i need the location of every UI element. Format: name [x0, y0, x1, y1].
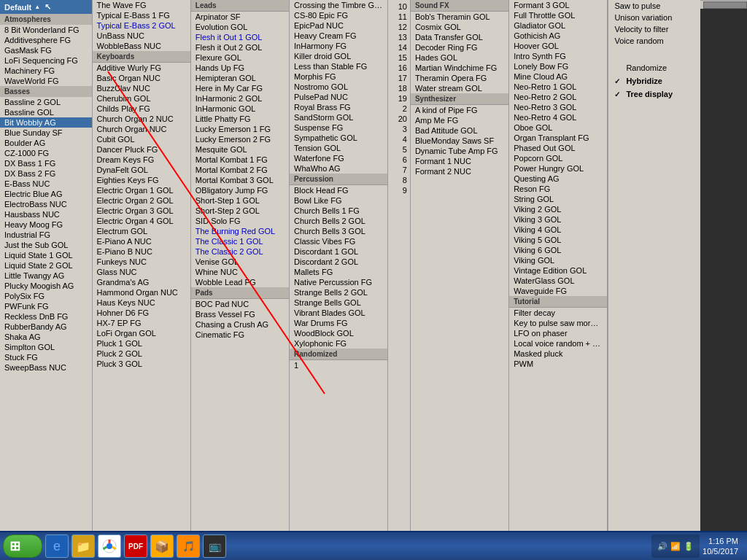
col-item[interactable]: Lucky Emerson 1 FG — [191, 124, 289, 134]
hybridize-button[interactable]: ✓ Hybridize — [608, 74, 700, 88]
col-item[interactable]: InHarmonic GOL — [191, 104, 289, 114]
preset-item[interactable]: CZ-1000 FG — [0, 148, 92, 158]
col-item[interactable]: The Classic 1 GOL — [191, 236, 289, 246]
col-item[interactable]: Hands Up FG — [191, 63, 289, 73]
col-item[interactable]: Discordant 2 GOL — [290, 257, 387, 267]
folder-icon[interactable]: 📁 — [71, 534, 95, 558]
preset-item-selected[interactable]: Bit Wobbly AG — [0, 117, 92, 128]
pdf-icon[interactable]: PDF — [124, 534, 147, 558]
col-item[interactable]: Electric Organ 2 GOL — [93, 195, 190, 206]
col-item[interactable]: Lonely Bow FG — [509, 61, 607, 71]
col-item[interactable]: Masked pluck — [509, 349, 607, 359]
col-item[interactable]: Vintage Edition GOL — [509, 265, 607, 276]
col-item[interactable]: BOC Pad NUC — [191, 299, 289, 309]
col-item[interactable]: Mine Cloud AG — [509, 71, 607, 82]
col-item[interactable]: Intro Synth FG — [509, 51, 607, 61]
col-item[interactable]: LoFi Organ GOL — [93, 328, 190, 338]
col-item[interactable]: PulsePad NUC — [290, 92, 387, 102]
col-item[interactable]: Haus Keys NUC — [93, 298, 190, 308]
col-item[interactable]: Hohner D6 FG — [93, 308, 190, 318]
col-item[interactable]: Church Bells 3 GOL — [290, 226, 387, 236]
preset-item[interactable]: Blue Sunday SF — [0, 128, 92, 138]
col-item[interactable]: Nostromo GOL — [290, 82, 387, 92]
col-item[interactable]: Formant 2 NUC — [411, 166, 508, 176]
col-item[interactable]: Decoder Ring FG — [411, 42, 508, 52]
col-item[interactable]: Local voice random + unison — [509, 338, 607, 349]
col-item[interactable]: Cinematic FG — [191, 330, 289, 340]
left-panel-header[interactable]: Default ▲ ↖ — [0, 0, 92, 14]
col-item[interactable]: Cosmix GOL — [411, 22, 508, 32]
col-item[interactable]: Funkeys NUC — [93, 257, 190, 267]
preset-item[interactable]: Machinery FG — [0, 66, 92, 76]
col-item[interactable]: Xylophonic FG — [290, 338, 387, 349]
preset-item[interactable]: PWFunk FG — [0, 301, 92, 311]
col-item[interactable]: Whine NUC — [191, 267, 289, 277]
preset-item[interactable]: Stuck FG — [0, 352, 92, 362]
right-item[interactable]: Voice random — [608, 35, 700, 47]
col-item[interactable]: Royal Brass FG — [290, 102, 387, 112]
preset-item[interactable]: Boulder AG — [0, 138, 92, 148]
col-item[interactable]: Morphis FG — [290, 71, 387, 82]
scrollbar-thumb[interactable] — [703, 1, 747, 9]
col-item[interactable]: Key to pulse saw morphing — [509, 318, 607, 328]
preset-item[interactable]: SweepBass NUC — [0, 362, 92, 373]
col-item[interactable]: Classic Vibes FG — [290, 236, 387, 246]
col-item[interactable]: Church Bells 2 GOL — [290, 216, 387, 226]
col-item[interactable]: Here in My Car FG — [191, 83, 289, 93]
col-item[interactable]: Formant 3 GOL — [509, 0, 607, 10]
col-item[interactable]: Little Phatty FG — [191, 114, 289, 124]
preset-item[interactable]: Little Twangy AG — [0, 271, 92, 281]
randomize-button[interactable]: Randomize — [608, 61, 700, 74]
col-item[interactable]: UnBass NUC — [93, 31, 190, 41]
preset-item[interactable]: GasMask FG — [0, 45, 92, 55]
preset-item[interactable]: Liquid State 2 GOL — [0, 260, 92, 271]
col-item[interactable]: Neo-Retro 3 GOL — [509, 102, 607, 112]
preset-item[interactable]: E-Bass NUC — [0, 179, 92, 189]
col-item[interactable]: Cubit GOL — [93, 134, 190, 144]
col-item[interactable]: Flexure GOL — [191, 52, 289, 63]
col-item[interactable]: Crossing the Timbre GOL — [290, 0, 387, 10]
col-item[interactable]: Electric Organ 4 GOL — [93, 216, 190, 226]
right-item[interactable]: Saw to pulse — [608, 0, 700, 12]
col-item[interactable]: Neo-Retro 4 GOL — [509, 112, 607, 122]
col-item[interactable]: Church Organ 2 NUC — [93, 114, 190, 124]
col-item[interactable]: War Drums FG — [290, 318, 387, 328]
col-item[interactable]: Full Throttle GOL — [509, 10, 607, 20]
preset-item[interactable]: Just the Sub GOL — [0, 240, 92, 250]
col-item[interactable]: OBligatory Jump FG — [191, 185, 289, 195]
col-item[interactable]: WobbleBass NUC — [93, 41, 190, 51]
col-item[interactable]: InHarmonic 2 GOL — [191, 93, 289, 104]
col-item[interactable]: Flesh it Out 2 GOL — [191, 42, 289, 52]
col-item[interactable]: Cherubim GOL — [93, 93, 190, 104]
chrome-icon[interactable] — [98, 534, 121, 558]
preset-item[interactable]: 8 Bit Wonderland FG — [0, 25, 92, 35]
col-item[interactable]: Dancer Pluck FG — [93, 144, 190, 155]
col-item[interactable]: DynaFelt GOL — [93, 165, 190, 175]
col-item[interactable]: Neo-Retro 2 GOL — [509, 92, 607, 102]
col-item[interactable]: Dream Keys FG — [93, 155, 190, 165]
col-item[interactable]: Flesh it Out 1 GOL — [191, 32, 289, 42]
preset-item[interactable]: DX Bass 1 FG — [0, 158, 92, 168]
col-item[interactable]: HX-7 EP FG — [93, 318, 190, 328]
col-item[interactable]: Popcorn GOL — [509, 153, 607, 163]
preset-item[interactable]: WaveWorld FG — [0, 76, 92, 86]
col-item[interactable]: Venise GOL — [191, 257, 289, 267]
col-item[interactable]: Native Percussion FG — [290, 277, 387, 287]
col-item[interactable]: Vibrant Blades GOL — [290, 308, 387, 318]
col-item[interactable]: Gothicish AG — [509, 31, 607, 41]
col-item[interactable]: Viking 3 GOL — [509, 214, 607, 225]
col-item[interactable]: Strange Bells GOL — [290, 298, 387, 308]
col-item[interactable]: Chasing a Crush AG — [191, 319, 289, 330]
col-item[interactable]: Hoover GOL — [509, 41, 607, 51]
col-item[interactable]: Basic Organ NUC — [93, 73, 190, 83]
right-item[interactable]: Unison variation — [608, 12, 700, 23]
ie-icon[interactable]: e — [45, 534, 69, 558]
preset-item[interactable]: Heavy Moog FG — [0, 219, 92, 230]
col-item[interactable]: Bob's Theramin GOL — [411, 12, 508, 22]
col-item[interactable]: Block Head FG — [290, 185, 387, 195]
preset-list[interactable]: Atmospheres 8 Bit Wonderland FG Additive… — [0, 14, 92, 531]
col-item[interactable]: The Classic 2 GOL — [191, 246, 289, 257]
col-item[interactable]: Church Organ NUC — [93, 124, 190, 134]
preset-item[interactable]: Liquid State 1 GOL — [0, 250, 92, 260]
col-item[interactable]: Less than Stable FG — [290, 61, 387, 71]
